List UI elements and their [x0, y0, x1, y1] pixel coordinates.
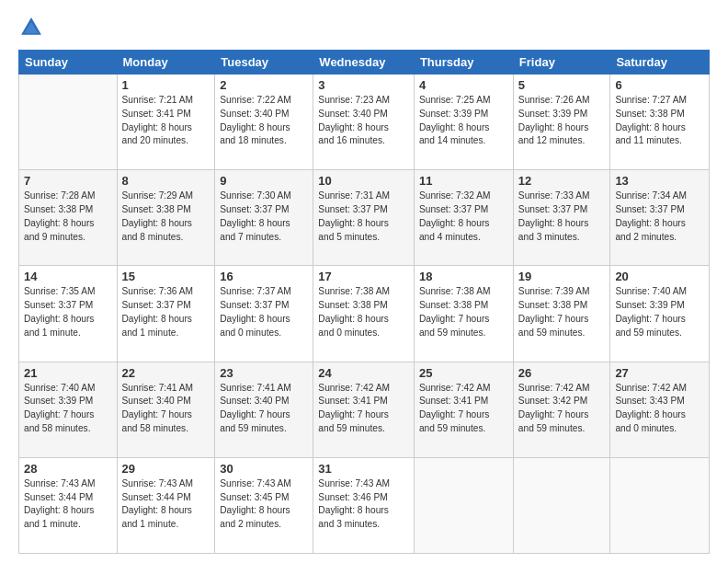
calendar-cell: 2Sunrise: 7:22 AM Sunset: 3:40 PM Daylig…	[215, 75, 313, 170]
cell-sun-info: Sunrise: 7:42 AM Sunset: 3:41 PM Dayligh…	[318, 382, 409, 436]
calendar-cell: 21Sunrise: 7:40 AM Sunset: 3:39 PM Dayli…	[19, 362, 118, 457]
day-number: 22	[122, 366, 210, 380]
weekday-friday: Friday	[513, 51, 610, 75]
weekday-monday: Monday	[117, 51, 215, 75]
weekday-wednesday: Wednesday	[313, 51, 415, 75]
day-number: 16	[220, 270, 308, 283]
logo-icon	[18, 15, 44, 40]
calendar-cell: 11Sunrise: 7:32 AM Sunset: 3:37 PM Dayli…	[414, 170, 513, 266]
cell-sun-info: Sunrise: 7:26 AM Sunset: 3:39 PM Dayligh…	[518, 94, 606, 148]
day-number: 29	[122, 462, 210, 476]
cell-sun-info: Sunrise: 7:27 AM Sunset: 3:38 PM Dayligh…	[615, 94, 704, 148]
calendar-cell: 6Sunrise: 7:27 AM Sunset: 3:38 PM Daylig…	[610, 75, 710, 170]
calendar-cell: 19Sunrise: 7:39 AM Sunset: 3:38 PM Dayli…	[513, 266, 610, 362]
day-number: 7	[24, 174, 112, 188]
day-number: 10	[318, 174, 409, 188]
calendar-cell: 22Sunrise: 7:41 AM Sunset: 3:40 PM Dayli…	[117, 362, 215, 457]
calendar-cell: 24Sunrise: 7:42 AM Sunset: 3:41 PM Dayli…	[313, 362, 415, 457]
header	[18, 15, 710, 40]
cell-sun-info: Sunrise: 7:38 AM Sunset: 3:38 PM Dayligh…	[318, 285, 409, 339]
day-number: 19	[518, 270, 606, 283]
day-number: 23	[220, 366, 308, 380]
day-number: 12	[518, 174, 606, 188]
calendar-cell: 28Sunrise: 7:43 AM Sunset: 3:44 PM Dayli…	[19, 457, 118, 553]
day-number: 8	[122, 174, 210, 188]
cell-sun-info: Sunrise: 7:30 AM Sunset: 3:37 PM Dayligh…	[220, 190, 308, 244]
day-number: 27	[615, 366, 704, 380]
cell-sun-info: Sunrise: 7:35 AM Sunset: 3:37 PM Dayligh…	[24, 285, 112, 339]
day-number: 26	[518, 366, 606, 380]
day-number: 21	[24, 366, 112, 380]
cell-sun-info: Sunrise: 7:34 AM Sunset: 3:37 PM Dayligh…	[615, 190, 704, 244]
day-number: 13	[615, 174, 704, 188]
logo	[18, 15, 48, 40]
calendar-cell: 29Sunrise: 7:43 AM Sunset: 3:44 PM Dayli…	[117, 457, 215, 553]
day-number: 20	[615, 270, 704, 283]
cell-sun-info: Sunrise: 7:39 AM Sunset: 3:38 PM Dayligh…	[518, 285, 606, 339]
cell-sun-info: Sunrise: 7:22 AM Sunset: 3:40 PM Dayligh…	[220, 94, 308, 148]
cell-sun-info: Sunrise: 7:41 AM Sunset: 3:40 PM Dayligh…	[122, 382, 210, 436]
calendar-cell: 18Sunrise: 7:38 AM Sunset: 3:38 PM Dayli…	[414, 266, 513, 362]
page: SundayMondayTuesdayWednesdayThursdayFrid…	[0, 0, 728, 563]
day-number: 30	[220, 462, 308, 476]
calendar-cell	[414, 457, 513, 553]
calendar-cell: 8Sunrise: 7:29 AM Sunset: 3:38 PM Daylig…	[117, 170, 215, 266]
cell-sun-info: Sunrise: 7:36 AM Sunset: 3:37 PM Dayligh…	[122, 285, 210, 339]
calendar-table: SundayMondayTuesdayWednesdayThursdayFrid…	[18, 50, 710, 554]
calendar-cell: 13Sunrise: 7:34 AM Sunset: 3:37 PM Dayli…	[610, 170, 710, 266]
calendar-cell: 17Sunrise: 7:38 AM Sunset: 3:38 PM Dayli…	[313, 266, 415, 362]
day-number: 14	[24, 270, 112, 283]
cell-sun-info: Sunrise: 7:33 AM Sunset: 3:37 PM Dayligh…	[518, 190, 606, 244]
day-number: 9	[220, 174, 308, 188]
day-number: 15	[122, 270, 210, 283]
calendar-cell: 25Sunrise: 7:42 AM Sunset: 3:41 PM Dayli…	[414, 362, 513, 457]
calendar-row: 7Sunrise: 7:28 AM Sunset: 3:38 PM Daylig…	[19, 170, 710, 266]
cell-sun-info: Sunrise: 7:41 AM Sunset: 3:40 PM Dayligh…	[220, 382, 308, 436]
day-number: 2	[220, 78, 308, 92]
cell-sun-info: Sunrise: 7:38 AM Sunset: 3:38 PM Dayligh…	[419, 285, 508, 339]
calendar-cell: 30Sunrise: 7:43 AM Sunset: 3:45 PM Dayli…	[215, 457, 313, 553]
calendar-cell: 1Sunrise: 7:21 AM Sunset: 3:41 PM Daylig…	[117, 75, 215, 170]
day-number: 3	[318, 78, 409, 92]
calendar-cell	[610, 457, 710, 553]
cell-sun-info: Sunrise: 7:40 AM Sunset: 3:39 PM Dayligh…	[24, 382, 112, 436]
cell-sun-info: Sunrise: 7:42 AM Sunset: 3:42 PM Dayligh…	[518, 382, 606, 436]
cell-sun-info: Sunrise: 7:31 AM Sunset: 3:37 PM Dayligh…	[318, 190, 409, 244]
weekday-tuesday: Tuesday	[215, 51, 313, 75]
cell-sun-info: Sunrise: 7:29 AM Sunset: 3:38 PM Dayligh…	[122, 190, 210, 244]
day-number: 4	[419, 78, 508, 92]
cell-sun-info: Sunrise: 7:21 AM Sunset: 3:41 PM Dayligh…	[122, 94, 210, 148]
calendar-cell: 10Sunrise: 7:31 AM Sunset: 3:37 PM Dayli…	[313, 170, 415, 266]
calendar-cell	[513, 457, 610, 553]
calendar-cell: 9Sunrise: 7:30 AM Sunset: 3:37 PM Daylig…	[215, 170, 313, 266]
calendar-cell: 5Sunrise: 7:26 AM Sunset: 3:39 PM Daylig…	[513, 75, 610, 170]
calendar-cell: 23Sunrise: 7:41 AM Sunset: 3:40 PM Dayli…	[215, 362, 313, 457]
calendar-cell: 20Sunrise: 7:40 AM Sunset: 3:39 PM Dayli…	[610, 266, 710, 362]
calendar-cell: 26Sunrise: 7:42 AM Sunset: 3:42 PM Dayli…	[513, 362, 610, 457]
cell-sun-info: Sunrise: 7:23 AM Sunset: 3:40 PM Dayligh…	[318, 94, 409, 148]
calendar-cell: 15Sunrise: 7:36 AM Sunset: 3:37 PM Dayli…	[117, 266, 215, 362]
weekday-header-row: SundayMondayTuesdayWednesdayThursdayFrid…	[19, 51, 710, 75]
calendar-cell: 31Sunrise: 7:43 AM Sunset: 3:46 PM Dayli…	[313, 457, 415, 553]
cell-sun-info: Sunrise: 7:25 AM Sunset: 3:39 PM Dayligh…	[419, 94, 508, 148]
calendar-cell: 4Sunrise: 7:25 AM Sunset: 3:39 PM Daylig…	[414, 75, 513, 170]
cell-sun-info: Sunrise: 7:43 AM Sunset: 3:46 PM Dayligh…	[318, 477, 409, 532]
cell-sun-info: Sunrise: 7:43 AM Sunset: 3:45 PM Dayligh…	[220, 477, 308, 532]
calendar-cell: 16Sunrise: 7:37 AM Sunset: 3:37 PM Dayli…	[215, 266, 313, 362]
weekday-thursday: Thursday	[414, 51, 513, 75]
cell-sun-info: Sunrise: 7:37 AM Sunset: 3:37 PM Dayligh…	[220, 285, 308, 339]
day-number: 11	[419, 174, 508, 188]
cell-sun-info: Sunrise: 7:28 AM Sunset: 3:38 PM Dayligh…	[24, 190, 112, 244]
calendar-cell: 3Sunrise: 7:23 AM Sunset: 3:40 PM Daylig…	[313, 75, 415, 170]
day-number: 6	[615, 78, 704, 92]
day-number: 31	[318, 462, 409, 476]
calendar-cell: 12Sunrise: 7:33 AM Sunset: 3:37 PM Dayli…	[513, 170, 610, 266]
calendar-cell: 14Sunrise: 7:35 AM Sunset: 3:37 PM Dayli…	[19, 266, 118, 362]
day-number: 25	[419, 366, 508, 380]
calendar-cell: 27Sunrise: 7:42 AM Sunset: 3:43 PM Dayli…	[610, 362, 710, 457]
day-number: 17	[318, 270, 409, 283]
day-number: 18	[419, 270, 508, 283]
cell-sun-info: Sunrise: 7:42 AM Sunset: 3:41 PM Dayligh…	[419, 382, 508, 436]
calendar-row: 1Sunrise: 7:21 AM Sunset: 3:41 PM Daylig…	[19, 75, 710, 170]
calendar-cell: 7Sunrise: 7:28 AM Sunset: 3:38 PM Daylig…	[19, 170, 118, 266]
